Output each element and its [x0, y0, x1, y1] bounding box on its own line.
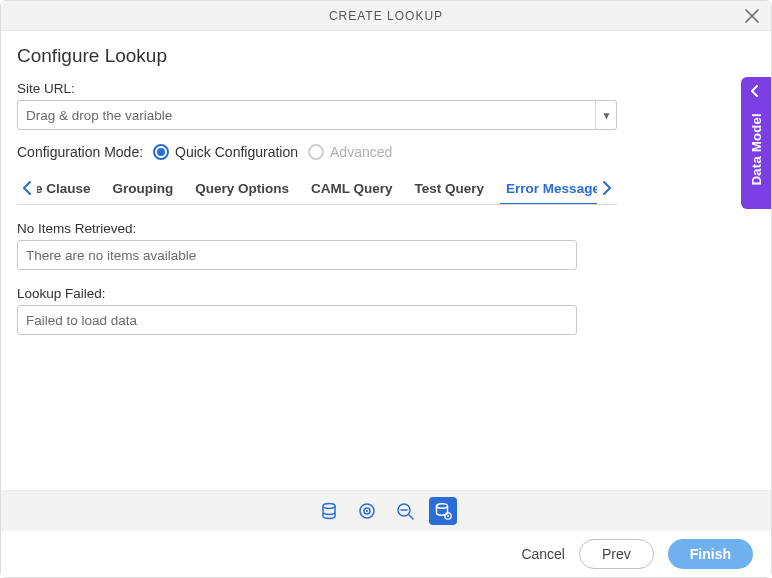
radio-dot-icon	[153, 144, 169, 160]
tab-grouping[interactable]: Grouping	[113, 172, 174, 204]
tabs-scroll-left[interactable]	[17, 172, 37, 204]
radio-quick-label: Quick Configuration	[175, 144, 298, 160]
lookup-failed-label: Lookup Failed:	[17, 286, 755, 301]
dialog-titlebar: CREATE LOOKUP	[1, 1, 771, 31]
tab-test-query[interactable]: Test Query	[415, 172, 485, 204]
target-gear-icon	[357, 501, 377, 521]
radio-advanced-label: Advanced	[330, 144, 392, 160]
no-items-input[interactable]	[17, 240, 577, 270]
no-items-label: No Items Retrieved:	[17, 221, 755, 236]
prev-button[interactable]: Prev	[579, 539, 654, 569]
close-button[interactable]	[741, 5, 763, 27]
site-url-select[interactable]: Drag & drop the variable	[17, 100, 617, 130]
close-icon	[745, 9, 759, 23]
chevron-left-icon	[22, 181, 32, 195]
radio-advanced[interactable]: Advanced	[308, 144, 392, 160]
database-icon	[319, 501, 339, 521]
tabs-scroll-right[interactable]	[597, 172, 617, 204]
data-model-panel-toggle[interactable]: Data Model	[741, 77, 771, 209]
tab-error-messages[interactable]: Error Messages	[506, 172, 597, 204]
finish-button[interactable]: Finish	[668, 539, 753, 569]
dialog-title: CREATE LOOKUP	[329, 9, 443, 23]
svg-point-5	[437, 504, 448, 508]
step-datasource[interactable]	[315, 497, 343, 525]
data-model-label: Data Model	[749, 113, 764, 185]
step-configure-lookup[interactable]	[429, 497, 457, 525]
zoom-out-icon	[395, 501, 415, 521]
svg-point-0	[323, 504, 335, 509]
step-query[interactable]	[391, 497, 419, 525]
database-gear-icon	[433, 501, 453, 521]
cancel-button[interactable]: Cancel	[521, 546, 565, 562]
chevron-left-icon	[749, 85, 761, 97]
config-mode-label: Configuration Mode:	[17, 144, 143, 160]
svg-point-7	[447, 515, 449, 517]
step-settings[interactable]	[353, 497, 381, 525]
chevron-right-icon	[602, 181, 612, 195]
site-url-placeholder: Drag & drop the variable	[26, 108, 172, 123]
svg-point-3	[366, 510, 368, 512]
tab-where-clause-partial[interactable]: e Clause	[37, 172, 91, 204]
radio-quick-configuration[interactable]: Quick Configuration	[153, 144, 298, 160]
tab-query-options[interactable]: Query Options	[195, 172, 289, 204]
lookup-failed-input[interactable]	[17, 305, 577, 335]
site-url-label: Site URL:	[17, 81, 755, 96]
radio-dot-icon	[308, 144, 324, 160]
page-title: Configure Lookup	[17, 45, 755, 67]
tab-caml-query[interactable]: CAML Query	[311, 172, 393, 204]
